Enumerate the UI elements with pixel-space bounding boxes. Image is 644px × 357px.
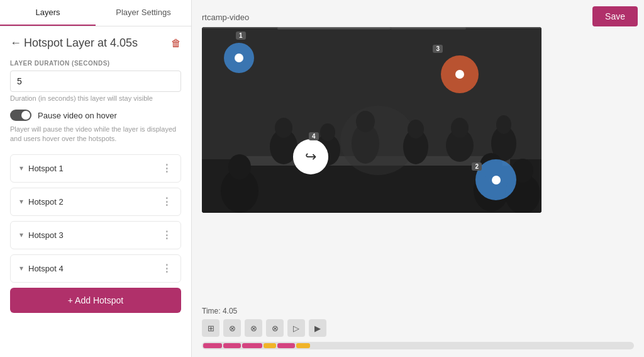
right-panel: Save rtcamp-video — [192, 0, 644, 357]
pause-toggle-row: Pause video on hover — [10, 110, 181, 121]
timeline-segment — [296, 343, 310, 348]
duration-label: LAYER DURATION (SECONDS) — [10, 60, 181, 67]
svg-point-18 — [451, 118, 469, 138]
layer-title: Hotspot Layer at 4.05s — [24, 37, 138, 50]
svg-rect-7 — [277, 27, 391, 30]
video-area: rtcamp-video — [192, 0, 644, 307]
more-icon[interactable]: ⋮ — [162, 263, 172, 275]
hotspot-4-circle[interactable]: ↪ — [293, 139, 328, 174]
more-icon[interactable]: ⋮ — [162, 162, 172, 174]
controls-row: ⊞ ⊗ ⊗ ⊗ ▷ ▶ — [202, 319, 634, 337]
timeline-segment — [277, 343, 295, 348]
svg-rect-8 — [391, 27, 466, 30]
hotspot-4-badge: 4 — [309, 132, 319, 140]
add-hotspot-button[interactable]: + Add Hotspot — [10, 288, 181, 313]
hotspot-2-badge: 2 — [472, 162, 482, 171]
hotspot-icon-5[interactable]: ▷ — [287, 319, 305, 337]
svg-point-22 — [228, 154, 251, 179]
hotspot-dot — [492, 176, 501, 184]
chevron-icon: ▾ — [19, 164, 23, 173]
svg-point-16 — [408, 120, 424, 139]
hotspot-3-left: ▾ Hotspot 3 — [19, 230, 64, 240]
link-out-icon: ↪ — [305, 149, 316, 165]
left-panel: Layers Player Settings ← Hotspot Layer a… — [0, 0, 192, 357]
toggle-knob — [21, 111, 30, 120]
panel-content: ← Hotspot Layer at 4.05s 🗑 LAYER DURATIO… — [0, 26, 191, 357]
hotspot-icon-2[interactable]: ⊗ — [223, 319, 241, 337]
hotspot-4-left: ▾ Hotspot 4 — [19, 264, 64, 273]
timeline-segment — [223, 343, 241, 348]
video-container[interactable]: 1 3 ↪ 4 2 — [202, 27, 541, 213]
hotspot-icon-1[interactable]: ⊞ — [202, 319, 219, 337]
timeline-area: Time: 4.05 ⊞ ⊗ ⊗ ⊗ ▷ ▶ — [192, 307, 644, 357]
chevron-icon: ▾ — [19, 197, 23, 206]
svg-point-14 — [356, 111, 375, 132]
hotspot-icon-4[interactable]: ⊗ — [266, 319, 284, 337]
tab-player-settings[interactable]: Player Settings — [96, 0, 191, 26]
back-button[interactable]: ← Hotspot Layer at 4.05s — [10, 37, 138, 50]
pause-toggle-label: Pause video on hover — [38, 111, 117, 120]
play-button[interactable]: ▶ — [309, 319, 326, 337]
duration-hint: Duration (in seconds) this layer will st… — [10, 94, 181, 102]
hotspot-dot — [235, 54, 243, 62]
save-button[interactable]: Save — [592, 6, 638, 26]
hotspot-1-left: ▾ Hotspot 1 — [19, 164, 64, 173]
hotspot-3-label: Hotspot 3 — [28, 230, 64, 240]
timeline-segment — [203, 343, 222, 348]
delete-icon[interactable]: 🗑 — [171, 38, 181, 49]
timeline-fill — [202, 342, 634, 349]
video-name-label: rtcamp-video — [202, 13, 634, 22]
tab-bar: Layers Player Settings — [0, 0, 191, 26]
hotspot-1-circle[interactable] — [224, 43, 254, 73]
hotspot-1-badge: 1 — [236, 31, 246, 40]
timeline-segment — [242, 343, 262, 348]
tab-layers[interactable]: Layers — [0, 0, 96, 26]
time-label: Time: 4.05 — [202, 307, 634, 315]
hotspot-item[interactable]: ▾ Hotspot 4 ⋮ — [10, 254, 181, 283]
hotspot-2-left: ▾ Hotspot 2 — [19, 197, 64, 207]
more-icon[interactable]: ⋮ — [162, 196, 172, 208]
hotspot-item[interactable]: ▾ Hotspot 1 ⋮ — [10, 154, 181, 183]
svg-point-12 — [320, 123, 335, 141]
hotspot-item[interactable]: ▾ Hotspot 2 ⋮ — [10, 188, 181, 216]
pause-toggle-description: Player will pause the video while the la… — [10, 125, 181, 144]
pause-toggle[interactable] — [10, 110, 31, 121]
hotspot-4-label: Hotspot 4 — [28, 264, 64, 273]
hotspot-3-circle[interactable] — [441, 55, 479, 93]
hotspot-icon-3[interactable]: ⊗ — [245, 319, 262, 337]
svg-point-10 — [275, 118, 292, 138]
hotspot-item[interactable]: ▾ Hotspot 3 ⋮ — [10, 221, 181, 249]
chevron-icon: ▾ — [19, 264, 23, 273]
hotspot-2-label: Hotspot 2 — [28, 197, 64, 207]
hotspot-1-label: Hotspot 1 — [28, 164, 64, 173]
video-background: 1 3 ↪ 4 2 — [202, 27, 541, 213]
timeline-segment — [264, 343, 276, 348]
hotspot-dot — [455, 70, 464, 79]
more-icon[interactable]: ⋮ — [162, 229, 172, 241]
svg-point-20 — [496, 115, 511, 134]
back-arrow-icon: ← — [10, 37, 21, 50]
chevron-icon: ▾ — [19, 230, 23, 239]
back-row: ← Hotspot Layer at 4.05s 🗑 — [10, 37, 181, 50]
hotspot-3-badge: 3 — [433, 45, 443, 53]
timeline-track[interactable] — [202, 342, 634, 349]
duration-input[interactable] — [10, 71, 181, 92]
